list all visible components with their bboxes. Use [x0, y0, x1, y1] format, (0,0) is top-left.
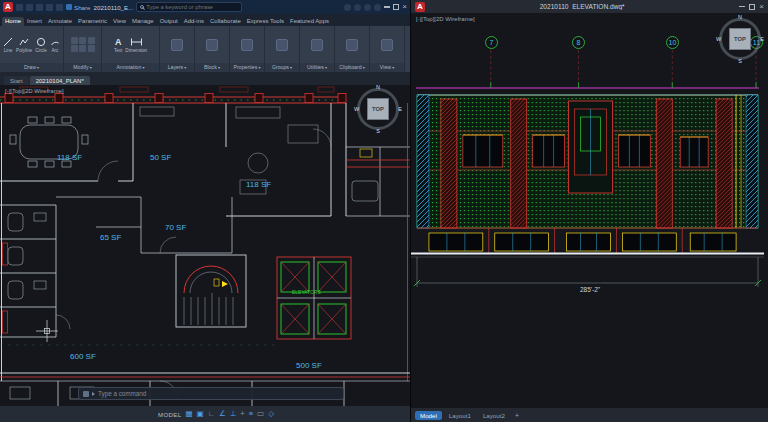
customize-icon[interactable]	[83, 391, 89, 397]
open-icon[interactable]	[26, 4, 33, 11]
titlebar[interactable]: A 20210110_ELEVATION.dwg* ×	[411, 0, 768, 13]
arc-tool[interactable]: Arc	[50, 37, 60, 53]
close-button[interactable]: ×	[759, 4, 764, 10]
file-tab-start[interactable]: Start	[4, 76, 29, 85]
viewcube-top-face[interactable]: TOP	[367, 98, 389, 120]
grid-icon[interactable]: ▦	[186, 410, 193, 418]
elevation-drawing-canvas[interactable]: [-][Top][2D Wireframe]	[411, 13, 768, 408]
mirror-icon[interactable]	[88, 45, 95, 52]
close-button[interactable]: ×	[402, 4, 407, 10]
elevation-drawing	[411, 13, 768, 408]
fillet-icon[interactable]	[79, 45, 86, 52]
titlebar[interactable]: A Share 20210110_E... ×	[0, 0, 410, 14]
clipboard-icon[interactable]	[346, 39, 358, 51]
trim-icon[interactable]	[71, 45, 78, 52]
share-button[interactable]: Share	[66, 4, 91, 11]
viewcube-east[interactable]: E	[398, 106, 402, 112]
undo-icon[interactable]	[46, 4, 53, 11]
viewcube-south[interactable]: S	[738, 58, 742, 64]
polyline-tool[interactable]: Polyline	[16, 37, 32, 53]
osnap-icon[interactable]: ⊥	[230, 410, 237, 418]
ribbon-tab-addins[interactable]: Add-ins	[181, 17, 207, 26]
utilities-panel: Utilities	[300, 26, 335, 72]
user-icon[interactable]	[344, 4, 351, 11]
viewcube-top-face[interactable]: TOP	[729, 28, 751, 50]
ribbon-tab-featured-apps[interactable]: Featured Apps	[287, 17, 332, 26]
ribbon-tab-output[interactable]: Output	[157, 17, 181, 26]
modify-tools[interactable]	[71, 37, 95, 53]
tab-model[interactable]: Model	[415, 411, 442, 420]
ribbon-tab-view[interactable]: View	[110, 17, 129, 26]
new-file-icon[interactable]	[16, 4, 23, 11]
line-tool[interactable]: Line	[3, 37, 13, 53]
file-tab-plan[interactable]: 20210104_PLAN*	[30, 76, 90, 85]
interior-walls	[56, 197, 232, 253]
ribbon-tab-express-tools[interactable]: Express Tools	[244, 17, 287, 26]
viewcube-south[interactable]: S	[376, 128, 380, 134]
dynamic-input-icon[interactable]: ▭	[257, 410, 264, 418]
rotate-icon[interactable]	[88, 37, 95, 44]
redo-icon[interactable]	[56, 4, 63, 11]
move-icon[interactable]	[71, 37, 78, 44]
dimension-tool[interactable]: Dimension	[125, 37, 147, 53]
ribbon-tab-collaborate[interactable]: Collaborate	[207, 17, 244, 26]
model-space-button[interactable]: MODEL	[158, 411, 182, 418]
circle-tool[interactable]: Circle	[35, 37, 47, 53]
text-tool[interactable]: A Text	[114, 37, 122, 53]
minimize-button[interactable]	[739, 6, 745, 8]
maximize-button[interactable]	[393, 4, 399, 10]
properties-icon[interactable]	[241, 39, 253, 51]
view-panel: View	[370, 26, 405, 72]
tab-layout1[interactable]: Layout1	[444, 411, 476, 420]
viewcube[interactable]: N S W E TOP	[354, 85, 402, 133]
help-icon[interactable]	[374, 4, 381, 11]
ribbon-tab-annotate[interactable]: Annotate	[45, 17, 75, 26]
ribbon-tab-manage[interactable]: Manage	[129, 17, 157, 26]
share-label: Share	[74, 4, 91, 11]
viewcube-north[interactable]: N	[738, 14, 742, 20]
search-box[interactable]	[136, 2, 242, 12]
autocad-plan-window: A Share 20210110_E... ×	[0, 0, 410, 422]
utilities-icon[interactable]	[311, 39, 323, 51]
plan-drawing-canvas[interactable]: [-][Top][2D Wireframe]	[0, 85, 410, 406]
ribbon-tab-home[interactable]: Home	[2, 17, 24, 26]
viewcube[interactable]: N S W E TOP	[716, 15, 764, 63]
share-icon	[66, 4, 72, 10]
autocad-logo[interactable]: A	[3, 2, 13, 12]
layers-panel: Layers	[160, 26, 195, 72]
draw-panel-label[interactable]: Draw	[0, 63, 63, 72]
maximize-button[interactable]	[749, 4, 755, 10]
cart-icon[interactable]	[354, 4, 361, 11]
block-icon[interactable]	[206, 39, 218, 51]
viewcube-east[interactable]: E	[760, 36, 764, 42]
command-line[interactable]: Type a command	[78, 387, 344, 400]
layers-icon[interactable]	[171, 39, 183, 51]
copy-icon[interactable]	[79, 37, 86, 44]
command-placeholder[interactable]: Type a command	[98, 390, 146, 397]
autocad-logo[interactable]: A	[415, 2, 425, 12]
snap-icon[interactable]: ▣	[197, 410, 204, 418]
ortho-icon[interactable]: ∟	[208, 410, 215, 418]
polar-icon[interactable]: ∠	[219, 410, 226, 418]
isodraft-icon[interactable]: ◇	[268, 410, 274, 418]
floor-plan-drawing	[0, 85, 410, 406]
ribbon-tab-parametric[interactable]: Parametric	[75, 17, 110, 26]
modify-panel-label[interactable]: Modify	[64, 63, 101, 72]
viewcube-north[interactable]: N	[376, 85, 380, 90]
save-icon[interactable]	[36, 4, 43, 11]
new-layout-button[interactable]: +	[512, 412, 522, 419]
ribbon-tab-insert[interactable]: Insert	[24, 17, 45, 26]
view-icon[interactable]	[381, 39, 393, 51]
minimize-button[interactable]	[384, 6, 390, 8]
viewcube-west[interactable]: W	[354, 106, 359, 112]
tab-layout2[interactable]: Layout2	[478, 411, 510, 420]
bell-icon[interactable]	[364, 4, 371, 11]
groups-icon[interactable]	[276, 39, 288, 51]
viewport-controls[interactable]: [-][Top][2D Wireframe]	[5, 88, 64, 94]
viewcube-west[interactable]: W	[716, 36, 721, 42]
tracking-icon[interactable]: +	[240, 410, 244, 418]
search-input[interactable]	[146, 4, 238, 10]
annotation-panel-label[interactable]: Annotation	[102, 63, 159, 72]
viewport-controls[interactable]: [-][Top][2D Wireframe]	[416, 16, 475, 22]
lineweight-icon[interactable]: ≡	[249, 410, 253, 418]
